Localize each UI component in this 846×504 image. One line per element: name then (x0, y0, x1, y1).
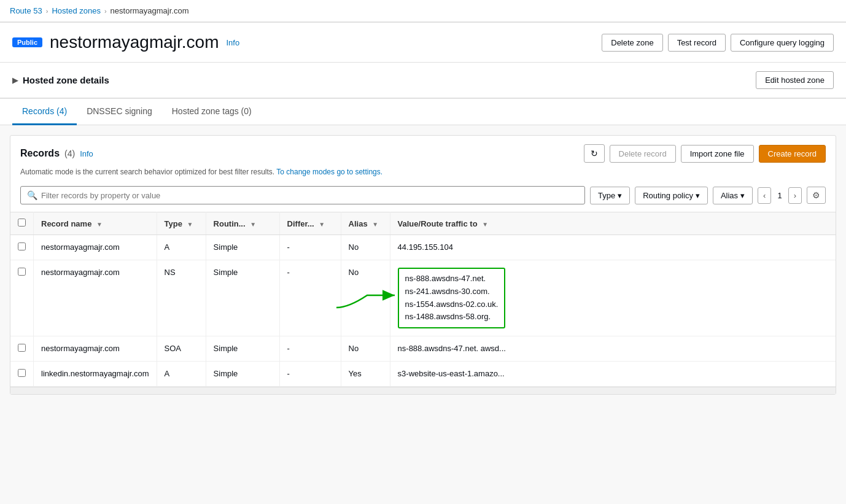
routing-policy-filter-label: Routing policy (643, 191, 693, 200)
table-header-value[interactable]: Value/Route traffic to ▼ (390, 212, 836, 235)
horizontal-scrollbar[interactable] (10, 387, 836, 394)
alias-filter-button[interactable]: Alias ▾ (713, 187, 753, 204)
col-type-sort-icon: ▼ (187, 221, 193, 228)
table-header-alias[interactable]: Alias ▼ (341, 212, 390, 235)
header-buttons: Delete zone Test record Configure query … (602, 34, 834, 52)
table-header-checkbox (10, 212, 34, 235)
table-wrapper: Record name ▼ Type ▼ Routin... ▼ Differ.… (10, 212, 836, 387)
public-badge: Public (12, 37, 42, 47)
col-alias-sort-icon: ▼ (372, 221, 378, 228)
filter-bar: 🔍 Type ▾ Routing policy ▾ Alias ▾ ‹ 1 › … (10, 181, 836, 212)
pagination: ‹ 1 › (758, 187, 802, 204)
tabs-bar: Records (4) DNSSEC signing Hosted zone t… (0, 99, 846, 125)
row4-checkbox[interactable] (18, 369, 26, 377)
breadcrumb-hosted-zones[interactable]: Hosted zones (52, 6, 101, 15)
page-header-left: Public nestormayagmajr.com Info (12, 33, 239, 52)
refresh-button[interactable]: ↻ (584, 144, 605, 163)
row2-type: NS (157, 260, 206, 336)
delete-zone-button[interactable]: Delete zone (602, 34, 662, 52)
row4-checkbox-cell (10, 362, 34, 387)
next-page-button[interactable]: › (788, 187, 802, 204)
col-differ-sort-icon: ▼ (319, 221, 325, 228)
info-link[interactable]: Info (226, 38, 239, 47)
table-row: nestormayagmajr.com A Simple - No 44.195… (10, 235, 836, 260)
col-value-sort-icon: ▼ (482, 221, 488, 228)
table-row: linkedin.nestormayagmajr.com A Simple - … (10, 362, 836, 387)
records-info-badge[interactable]: Info (80, 149, 93, 158)
zone-details-label: Hosted zone details (23, 75, 109, 85)
main-content: Records (4) Info ↻ Delete record Import … (10, 135, 836, 395)
col-value-label: Value/Route traffic to (398, 219, 478, 228)
row1-checkbox-cell (10, 235, 34, 260)
row1-alias: No (341, 235, 390, 260)
row1-routing: Simple (206, 235, 279, 260)
row4-name: linkedin.nestormayagmajr.com (34, 362, 157, 387)
alias-filter-label: Alias (721, 191, 738, 200)
row1-checkbox[interactable] (18, 242, 26, 250)
row1-type: A (157, 235, 206, 260)
type-filter-chevron: ▾ (618, 191, 622, 200)
select-all-checkbox[interactable] (18, 219, 26, 227)
tab-records[interactable]: Records (4) (12, 99, 77, 125)
col-name-sort-icon: ▼ (96, 221, 103, 228)
routing-policy-filter-chevron: ▾ (696, 191, 700, 200)
row3-checkbox[interactable] (18, 344, 26, 352)
col-name-label: Record name (41, 219, 91, 228)
table-header-differ[interactable]: Differ... ▼ (279, 212, 341, 235)
row3-routing: Simple (206, 336, 279, 362)
row2-name: nestormayagmajr.com (34, 260, 157, 336)
tab-dnssec[interactable]: DNSSEC signing (77, 99, 162, 125)
col-routing-sort-icon: ▼ (250, 221, 256, 228)
row4-differ: - (279, 362, 341, 387)
row3-value: ns-888.awsdns-47.net. awsd... (390, 336, 836, 362)
zone-details-toggle[interactable]: ▶ Hosted zone details (12, 75, 109, 85)
tab-tags[interactable]: Hosted zone tags (0) (162, 99, 262, 125)
ns-highlight-box: ns-888.awsdns-47.net. ns-241.awsdns-30.c… (398, 268, 506, 328)
table-row: nestormayagmajr.com NS Simple - No (10, 260, 836, 336)
col-routing-label: Routin... (214, 219, 246, 228)
row3-checkbox-cell (10, 336, 34, 362)
row4-alias: Yes (341, 362, 390, 387)
row2-routing: Simple (206, 260, 279, 336)
records-title: Records (20, 148, 60, 159)
search-box[interactable]: 🔍 (20, 186, 585, 204)
records-header: Records (4) Info ↻ Delete record Import … (10, 136, 836, 168)
ns-line-4: ns-1488.awsdns-58.org. (405, 311, 499, 324)
change-modes-link[interactable]: To change modes go to settings. (276, 168, 382, 176)
table-settings-button[interactable]: ⚙ (807, 187, 826, 204)
table-header-type[interactable]: Type ▼ (157, 212, 206, 235)
prev-page-button[interactable]: ‹ (758, 187, 771, 204)
create-record-button[interactable]: Create record (759, 145, 826, 163)
row4-value: s3-website-us-east-1.amazo... (390, 362, 836, 387)
breadcrumb-sep-1: › (46, 7, 49, 15)
breadcrumb: Route 53 › Hosted zones › nestormayagmaj… (0, 0, 846, 23)
routing-policy-filter-button[interactable]: Routing policy ▾ (635, 187, 708, 204)
records-table: Record name ▼ Type ▼ Routin... ▼ Differ.… (10, 212, 836, 387)
edit-hosted-zone-button[interactable]: Edit hosted zone (756, 71, 834, 89)
row1-differ: - (279, 235, 341, 260)
row3-name: nestormayagmajr.com (34, 336, 157, 362)
page-header: Public nestormayagmajr.com Info Delete z… (0, 23, 846, 63)
table-header-routing[interactable]: Routin... ▼ (206, 212, 279, 235)
row4-routing: Simple (206, 362, 279, 387)
page-title: nestormayagmajr.com (50, 33, 219, 52)
page-number: 1 (774, 191, 785, 200)
table-row: nestormayagmajr.com SOA Simple - No ns-8… (10, 336, 836, 362)
breadcrumb-route53[interactable]: Route 53 (10, 6, 42, 15)
row1-value: 44.195.155.104 (390, 235, 836, 260)
import-zone-file-button[interactable]: Import zone file (681, 145, 754, 163)
row2-checkbox[interactable] (18, 268, 26, 276)
records-count: (4) (64, 149, 75, 158)
row1-name: nestormayagmajr.com (34, 235, 157, 260)
row3-type: SOA (157, 336, 206, 362)
col-differ-label: Differ... (287, 219, 314, 228)
table-header-record-name[interactable]: Record name ▼ (34, 212, 157, 235)
type-filter-button[interactable]: Type ▾ (590, 187, 630, 204)
col-alias-label: Alias (349, 219, 368, 228)
search-input[interactable] (41, 191, 578, 200)
breadcrumb-current: nestormayagmajr.com (111, 6, 189, 15)
test-record-button[interactable]: Test record (668, 34, 726, 52)
configure-logging-button[interactable]: Configure query logging (731, 34, 834, 52)
zone-details-arrow: ▶ (12, 76, 18, 85)
delete-record-button: Delete record (610, 145, 676, 163)
